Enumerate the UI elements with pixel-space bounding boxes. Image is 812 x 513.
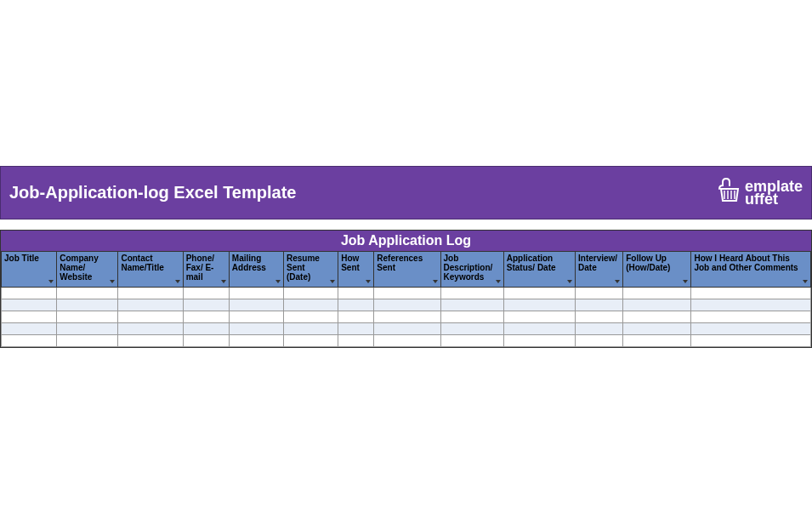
col-header-how-sent[interactable]: How Sent: [338, 252, 374, 288]
table-cell[interactable]: [691, 335, 811, 347]
table-cell[interactable]: [284, 288, 338, 299]
filter-dropdown-icon[interactable]: [495, 278, 502, 285]
table-cell[interactable]: [576, 299, 623, 311]
col-header-comments[interactable]: How I Heard About This Job and Other Com…: [691, 252, 811, 288]
table-cell[interactable]: [576, 335, 623, 347]
table-cell[interactable]: [118, 323, 183, 335]
filter-dropdown-icon[interactable]: [566, 278, 573, 285]
col-header-references[interactable]: References Sent: [374, 252, 440, 288]
table-cell[interactable]: [623, 311, 691, 323]
table-cell[interactable]: [503, 323, 575, 335]
filter-dropdown-icon[interactable]: [174, 278, 181, 285]
table-cell[interactable]: [183, 299, 229, 311]
table-cell[interactable]: [576, 311, 623, 323]
table-cell[interactable]: [623, 299, 691, 311]
table-cell[interactable]: [183, 323, 229, 335]
table-cell[interactable]: [118, 311, 183, 323]
table-cell[interactable]: [338, 299, 374, 311]
col-label: Job Description/ Keywords: [444, 254, 501, 282]
col-header-description[interactable]: Job Description/ Keywords: [440, 252, 503, 288]
basket-icon: [716, 177, 743, 208]
col-header-company[interactable]: Company Name/ Website: [57, 252, 118, 288]
table-cell[interactable]: [374, 335, 440, 347]
table-cell[interactable]: [503, 335, 575, 347]
table-cell[interactable]: [440, 299, 503, 311]
table-cell[interactable]: [57, 299, 118, 311]
table-cell[interactable]: [374, 323, 440, 335]
table-row: [2, 288, 811, 299]
table-cell[interactable]: [691, 299, 811, 311]
filter-dropdown-icon[interactable]: [614, 278, 621, 285]
table-cell[interactable]: [440, 288, 503, 299]
table-cell[interactable]: [57, 311, 118, 323]
table-cell[interactable]: [623, 288, 691, 299]
table-cell[interactable]: [576, 323, 623, 335]
table-cell[interactable]: [57, 323, 118, 335]
table-cell[interactable]: [338, 288, 374, 299]
table-cell[interactable]: [374, 288, 440, 299]
table-cell[interactable]: [503, 311, 575, 323]
table-cell[interactable]: [2, 323, 57, 335]
table-cell[interactable]: [691, 311, 811, 323]
table-cell[interactable]: [503, 299, 575, 311]
table-cell[interactable]: [229, 288, 283, 299]
table-cell[interactable]: [503, 288, 575, 299]
table-cell[interactable]: [183, 335, 229, 347]
col-label: How Sent: [341, 254, 371, 272]
filter-dropdown-icon[interactable]: [48, 278, 54, 285]
filter-dropdown-icon[interactable]: [109, 278, 116, 285]
filter-dropdown-icon[interactable]: [365, 278, 372, 285]
table-cell[interactable]: [338, 311, 374, 323]
table-cell[interactable]: [576, 288, 623, 299]
col-header-interview[interactable]: Interview/ Date: [576, 252, 623, 288]
table-cell[interactable]: [183, 311, 229, 323]
table-cell[interactable]: [623, 335, 691, 347]
col-label: Follow Up (How/Date): [626, 254, 688, 272]
table-cell[interactable]: [440, 311, 503, 323]
table-cell[interactable]: [284, 335, 338, 347]
col-header-phone[interactable]: Phone/ Fax/ E-mail: [183, 252, 229, 288]
table-cell[interactable]: [118, 288, 183, 299]
table-cell[interactable]: [229, 323, 283, 335]
table-cell[interactable]: [183, 288, 229, 299]
table-cell[interactable]: [118, 299, 183, 311]
col-header-mailing[interactable]: Mailing Address: [229, 252, 283, 288]
table-cell[interactable]: [57, 335, 118, 347]
filter-dropdown-icon[interactable]: [432, 278, 439, 285]
table-cell[interactable]: [440, 323, 503, 335]
table-cell[interactable]: [338, 323, 374, 335]
table-cell[interactable]: [338, 335, 374, 347]
table-cell[interactable]: [57, 288, 118, 299]
table-cell[interactable]: [118, 335, 183, 347]
filter-dropdown-icon[interactable]: [329, 278, 336, 285]
table-cell[interactable]: [2, 335, 57, 347]
col-header-followup[interactable]: Follow Up (How/Date): [623, 252, 691, 288]
filter-dropdown-icon[interactable]: [682, 278, 689, 285]
filter-dropdown-icon[interactable]: [275, 278, 281, 285]
table-cell[interactable]: [374, 299, 440, 311]
col-header-resume-sent[interactable]: Resume Sent (Date): [284, 252, 338, 288]
table-cell[interactable]: [623, 323, 691, 335]
table-container: Job Title Company Name/ Website Contact …: [0, 251, 812, 348]
filter-dropdown-icon[interactable]: [220, 278, 227, 285]
col-header-status[interactable]: Application Status/ Date: [503, 252, 575, 288]
filter-dropdown-icon[interactable]: [802, 278, 809, 285]
table-cell[interactable]: [284, 299, 338, 311]
table-cell[interactable]: [691, 323, 811, 335]
job-application-table: Job Title Company Name/ Website Contact …: [1, 251, 811, 347]
col-header-job-title[interactable]: Job Title: [2, 252, 57, 288]
table-cell[interactable]: [229, 299, 283, 311]
table-cell[interactable]: [2, 288, 57, 299]
table-cell[interactable]: [284, 311, 338, 323]
table-cell[interactable]: [2, 299, 57, 311]
table-cell[interactable]: [229, 311, 283, 323]
col-header-contact[interactable]: Contact Name/Title: [118, 252, 183, 288]
table-cell[interactable]: [440, 335, 503, 347]
table-cell[interactable]: [691, 288, 811, 299]
table-cell[interactable]: [284, 323, 338, 335]
col-label: Resume Sent (Date): [287, 254, 335, 282]
header-row: Job Title Company Name/ Website Contact …: [2, 252, 811, 288]
table-cell[interactable]: [374, 311, 440, 323]
table-cell[interactable]: [2, 311, 57, 323]
table-cell[interactable]: [229, 335, 283, 347]
